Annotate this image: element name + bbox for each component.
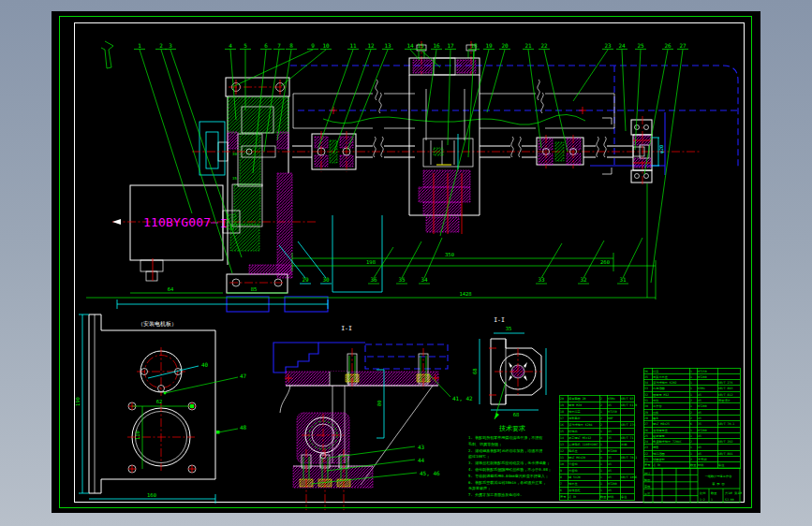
bom-cell: 1 (690, 370, 692, 373)
balloon-27: 27 (679, 42, 687, 49)
motor-model-label: 110BYG007 (143, 215, 211, 229)
dim-gear-b: 35 (232, 176, 237, 181)
bom-cell: GB/T 6170 (621, 403, 637, 407)
bom-cell: HT200 (698, 375, 707, 379)
dim-small-left: 68 (472, 368, 478, 374)
bom-cell: 尾架支承座 (653, 375, 669, 379)
dim-overall: 1428 (459, 291, 471, 297)
bom-cell: GB/T 1096 (621, 475, 637, 479)
bom-cell: 1 (690, 387, 692, 390)
balloon-23: 23 (604, 42, 612, 49)
bom-cell: 1 (600, 475, 602, 479)
bom-cell: 45 (608, 462, 612, 466)
bom-cell: 65Mn (608, 397, 615, 401)
balloon-2: 2 (159, 42, 163, 49)
title-field: 设计 (644, 472, 651, 475)
bom-cell: 表面淬火 (718, 399, 731, 402)
bom-cell: GB/T 812 (718, 393, 732, 397)
bom-cell: 2 (600, 423, 602, 427)
balloon-4: 4 (229, 42, 232, 49)
bom-cell: GB/T 93 (621, 397, 634, 401)
bom-cell: 轴承端盖 (568, 410, 582, 414)
balloon-33: 33 (538, 276, 545, 283)
dim-boss-height: 80 (376, 400, 382, 406)
bom-cell: 9 (560, 469, 562, 473)
bom-cell: 25 (644, 434, 648, 438)
bom-cell: 键 5×20 (568, 475, 581, 479)
bom-cell: 1 (690, 381, 692, 385)
bom-cell: 45 (608, 489, 612, 492)
rail-bolt-right (417, 348, 430, 389)
bom-cell: 1 (690, 446, 692, 449)
bom-cell: 弹簧垫圈 20 (568, 397, 586, 401)
bom-cell: 深沟球轴承 6202 (653, 381, 677, 385)
bom-cell: 23 (644, 446, 648, 449)
bom-cell: 29 (644, 411, 648, 415)
bom-cell: 锁紧螺母 (652, 434, 666, 438)
drawing-title-line2: 装 配 图 (712, 482, 724, 486)
bom-cell: 序号 (644, 463, 651, 467)
bom-cell: 6 (560, 489, 562, 492)
bom-cell: 2 (690, 458, 692, 461)
scale-label: 比例 (700, 491, 705, 495)
bom-cell: 轴端挡圈 (653, 452, 665, 456)
bom-cell: 角接触球轴承 7204C (653, 440, 682, 444)
balloon-5: 5 (244, 42, 247, 49)
bom-cell: 6 (690, 422, 692, 426)
tech-note-line: 无异常噪声； (468, 486, 491, 490)
bom-cell: 45 (698, 411, 701, 415)
bom-cell: 33 (644, 387, 648, 390)
bom-cell: 34 (644, 381, 648, 385)
bom-cell: 35 (698, 422, 701, 426)
bom-cell: 11 (560, 456, 564, 460)
bom-cell: 35 (608, 436, 612, 440)
bom-cell: 备注 (718, 463, 724, 467)
callout-40: 40 (201, 361, 209, 368)
balloon-14: 14 (406, 42, 414, 49)
bom-cell: 4 (600, 436, 602, 440)
balloon-44: 44 (418, 457, 425, 463)
balloon-31: 31 (619, 276, 627, 283)
section-label-small: I-I (494, 316, 505, 324)
bom-cell: 1 (600, 443, 602, 446)
bom-cell: 紧定螺钉 M5×12 (568, 436, 591, 440)
dim-gear-a: 30 (232, 152, 237, 156)
dim-span-a: 350 (445, 252, 454, 257)
bom-cell: 端盖 (653, 370, 659, 373)
bom-cell: 30 (644, 404, 648, 408)
bom-cell: 联轴器 (568, 430, 578, 433)
dim-shaft-dia: φ20 (658, 145, 665, 153)
balloon-3: 3 (169, 42, 172, 49)
balloon-34: 34 (421, 276, 428, 283)
bom-cell: 16 (560, 423, 564, 427)
bom-cell: 45 (698, 416, 701, 420)
bom-cell: 8 (560, 475, 562, 479)
bom-cell: 21 (644, 458, 648, 461)
bom-cell: 1 (600, 449, 602, 453)
drawing-code: SJ-00 (725, 498, 734, 502)
bom-cell: GB/T 292 (718, 440, 732, 444)
balloon-15: 15 (417, 42, 424, 49)
dim-base-width: 85 (251, 286, 258, 292)
balloon-9: 9 (311, 42, 315, 49)
balloon-24: 24 (618, 42, 626, 49)
bom-cell: 螺钉 M6×20 (568, 456, 585, 460)
drawing-title-line1: 一维数控平移工作台 (705, 475, 732, 478)
drawing-canvas[interactable]: 110BYG007 I (0, 0, 812, 526)
bom-cell: 32 (644, 393, 648, 397)
bom-cell: 08F (608, 416, 613, 420)
bom-cell: 序号 (560, 495, 567, 499)
bom-cell: GB/T 893 (718, 387, 732, 390)
bom-cell: 1 (690, 375, 692, 379)
rail-bolt-left (346, 348, 359, 389)
bom-cell: 20 (560, 397, 564, 401)
bom-cell: 小齿轮 (568, 461, 578, 466)
bom-cell: 7 (560, 482, 562, 486)
dim-small-bottom: 68 (513, 412, 520, 417)
bom-cell: GB/T 276 (718, 381, 732, 385)
balloon-21: 21 (524, 42, 532, 49)
balloon-1: 1 (138, 42, 141, 49)
bom-cell: 工作台 (653, 404, 662, 408)
bom-cell: 调整垫片 (568, 416, 582, 420)
bom-cell: HT200 (698, 429, 707, 432)
